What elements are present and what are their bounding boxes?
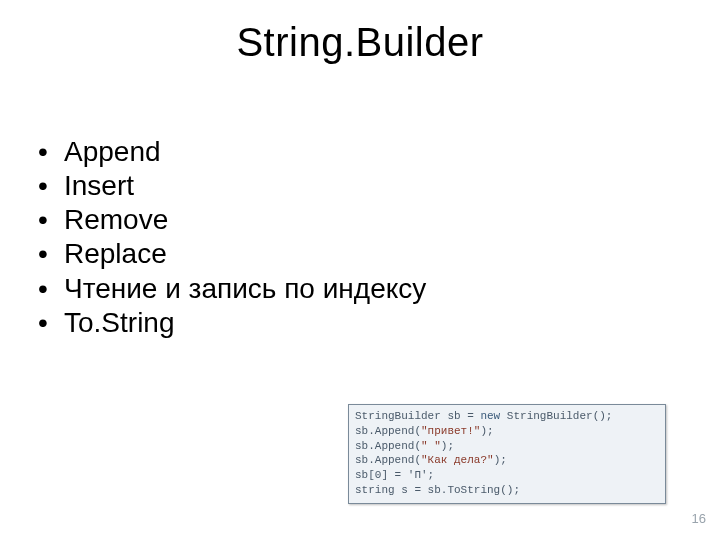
bullet-dot: • [38, 306, 64, 340]
list-item: • Replace [38, 237, 426, 271]
code-line: sb.Append("привет!"); [355, 425, 494, 437]
bullet-list: • Append • Insert • Remove • Replace • Ч… [38, 135, 426, 340]
bullet-dot: • [38, 272, 64, 306]
bullet-dot: • [38, 203, 64, 237]
code-line: sb.Append(" "); [355, 440, 454, 452]
list-item: • Append [38, 135, 426, 169]
bullet-dot: • [38, 169, 64, 203]
bullet-text: Append [64, 135, 161, 169]
code-line: StringBuilder sb = new StringBuilder(); [355, 410, 612, 422]
code-line: sb.Append("Как дела?"); [355, 454, 507, 466]
code-line: string s = sb.ToString(); [355, 484, 520, 496]
bullet-text: Insert [64, 169, 134, 203]
bullet-dot: • [38, 135, 64, 169]
page-number: 16 [692, 511, 706, 526]
bullet-text: Remove [64, 203, 168, 237]
slide: String.Builder • Append • Insert • Remov… [0, 0, 720, 540]
code-line: sb[0] = 'П'; [355, 469, 434, 481]
bullet-dot: • [38, 237, 64, 271]
bullet-text: To.String [64, 306, 175, 340]
code-sample: StringBuilder sb = new StringBuilder(); … [348, 404, 666, 504]
list-item: • To.String [38, 306, 426, 340]
list-item: • Чтение и запись по индексу [38, 272, 426, 306]
bullet-text: Чтение и запись по индексу [64, 272, 426, 306]
bullet-text: Replace [64, 237, 167, 271]
slide-title: String.Builder [0, 20, 720, 65]
list-item: • Remove [38, 203, 426, 237]
list-item: • Insert [38, 169, 426, 203]
